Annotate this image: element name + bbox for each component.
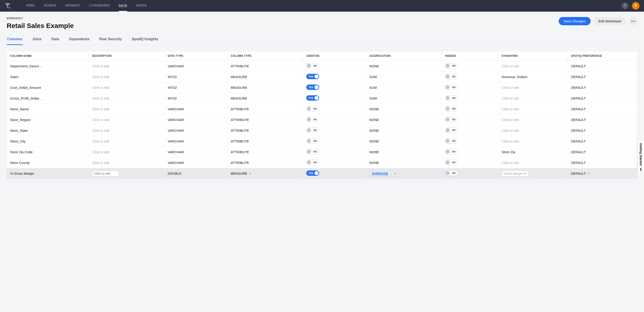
cell-hidden[interactable]: NO [442,158,498,168]
tab-columns[interactable]: Columns [7,37,23,45]
nav-item-answers[interactable]: ANSWERS [65,0,80,12]
toggle-off[interactable]: NO [306,160,319,165]
description-placeholder[interactable]: Click to edit [92,150,110,154]
save-changes-button[interactable]: Save Changes [559,17,590,25]
cell-spotiq[interactable]: DEFAULT▾ [568,168,637,179]
column-header[interactable]: DATA TYPE [164,51,228,61]
nav-item-liveboards[interactable]: LIVEBOARDS [89,0,110,12]
description-placeholder[interactable]: Click to edit [92,75,110,79]
description-placeholder[interactable]: Click to edit [92,118,110,122]
description-placeholder[interactable]: Click to edit [92,161,110,165]
toggle-off[interactable]: NO [445,138,458,143]
aggregation-dropdown[interactable]: AVERAGE▾ [369,171,398,177]
description-placeholder[interactable]: Click to edit [92,107,110,111]
cell-additive[interactable]: NO [303,125,366,136]
tab-data[interactable]: Data [51,37,60,45]
cell-hidden[interactable]: NO [442,104,498,114]
cell-column-type[interactable]: MEASURE▾ [228,168,303,179]
spotiq-dropdown[interactable]: DEFAULT▾ [571,172,634,175]
toggle-on[interactable]: YES [306,85,319,90]
cell-synonyms[interactable]: Click to edit [498,61,568,72]
table-row[interactable]: Store CountyClick to editVARCHARATTRIBUT… [7,158,637,168]
toggle-off[interactable]: NO [306,127,319,133]
toggle-off[interactable]: NO [445,95,458,101]
cell-hidden[interactable]: NO [442,125,498,136]
nav-item-data[interactable]: DATA [119,0,127,12]
table-row[interactable]: Cost_Dollar_AmountClick to editINT32MEAS… [7,82,637,93]
cell-description[interactable]: Click to edit [89,61,165,72]
table-row[interactable]: Store Zip CodeClick to editVARCHARATTRIB… [7,147,637,158]
cell-additive[interactable]: NO [303,147,366,158]
nav-item-search[interactable]: SEARCH [44,0,56,12]
description-placeholder[interactable]: Click to edit [92,86,110,89]
column-header[interactable]: SPOTIQ PREFERENCE [568,51,637,61]
toggle-off[interactable]: NO [445,149,458,154]
cell-description[interactable]: Click to edit [89,82,165,93]
cell-description[interactable]: Click to edit [89,104,165,114]
cell-description[interactable]: Click to edit [89,158,165,168]
description-placeholder[interactable]: Click to edit [92,139,110,143]
synonyms-placeholder[interactable]: Click to edit [502,129,519,132]
cell-synonyms[interactable]: Click to edit [498,104,568,114]
cell-additive[interactable]: YES [303,93,366,104]
column-header[interactable]: COLUMN NAME [7,51,89,61]
toggle-off[interactable]: NO [445,171,458,176]
cell-additive[interactable]: YES [303,168,366,179]
cell-description[interactable]: Click to edit [89,72,165,82]
tab-dependents[interactable]: Dependents [68,37,90,45]
edit-worksheet-button[interactable]: Edit Worksheet [594,17,626,25]
cell-hidden[interactable]: NO [442,82,498,93]
cell-synonyms[interactable]: Click to edit [498,82,568,93]
synonyms-placeholder[interactable]: Click to edit [502,86,519,89]
cell-synonyms[interactable]: Click to edit [498,158,568,168]
toggle-off[interactable]: NO [445,106,458,111]
synonyms-placeholder[interactable]: Click to edit [502,64,519,68]
column-header[interactable]: AGGREGATION [366,51,442,61]
nav-item-home[interactable]: HOME [26,0,35,12]
synonyms-placeholder[interactable]: Click to edit [502,96,519,100]
toggle-off[interactable]: NO [306,138,319,143]
more-actions-button[interactable] [629,17,637,25]
cell-description[interactable]: Click to edit [89,93,165,104]
help-button[interactable]: ? [622,3,628,9]
table-row[interactable]: Store_StateClick to editVARCHARATTRIBUTE… [7,125,637,136]
cell-additive[interactable]: YES [303,82,366,93]
cell-additive[interactable]: NO [303,61,366,72]
cell-hidden[interactable]: NO [442,168,498,179]
logo[interactable] [4,3,11,9]
description-input[interactable] [92,171,119,177]
cell-additive[interactable]: NO [303,104,366,114]
toggle-off[interactable]: NO [445,117,458,122]
cell-synonyms[interactable]: Click to edit [498,136,568,147]
cell-synonyms[interactable]: Click to edit [498,125,568,136]
cell-hidden[interactable]: NO [442,72,498,82]
cell-description[interactable]: Click to edit [89,114,165,125]
column-header[interactable]: ADDITIVE [303,51,366,61]
cell-additive[interactable]: NO [303,136,366,147]
cell-description[interactable]: Click to edit [89,136,165,147]
toggle-off[interactable]: NO [306,117,319,122]
toggle-on[interactable]: YES [306,95,319,101]
cell-synonyms[interactable]: Click to edit [498,114,568,125]
toggle-off[interactable]: NO [306,106,319,111]
toggle-off[interactable]: NO [445,85,458,90]
nav-item-admin[interactable]: ADMIN [136,0,146,12]
cell-aggregation[interactable]: AVERAGE▾ [366,168,442,179]
synonyms-placeholder[interactable]: Click to edit [502,107,519,111]
cell-hidden[interactable]: NO [442,147,498,158]
cell-hidden[interactable]: NO [442,61,498,72]
tab-row-security[interactable]: Row Security [99,37,122,45]
user-avatar[interactable]: N [632,2,640,10]
getting-started-panel[interactable]: Getting Started ❮ [638,139,644,173]
synonyms-placeholder[interactable]: Click to edit [502,139,519,143]
toggle-off[interactable]: NO [445,127,458,133]
tab-joins[interactable]: Joins [32,37,42,45]
cell-description[interactable]: Click to edit [89,147,165,158]
table-row[interactable]: Gross_Profit_Dollar…Click to editINT32ME… [7,93,637,104]
toggle-off[interactable]: NO [445,63,458,68]
synonyms-placeholder[interactable]: Click to edit [502,118,519,122]
table-row[interactable]: % Gross MarginDOUBLEMEASURE▾YESAVERAGE▾N… [7,168,637,179]
description-placeholder[interactable]: Click to edit [92,129,110,132]
toggle-on[interactable]: YES [306,171,319,176]
column-header[interactable]: COLUMN TYPE [228,51,303,61]
